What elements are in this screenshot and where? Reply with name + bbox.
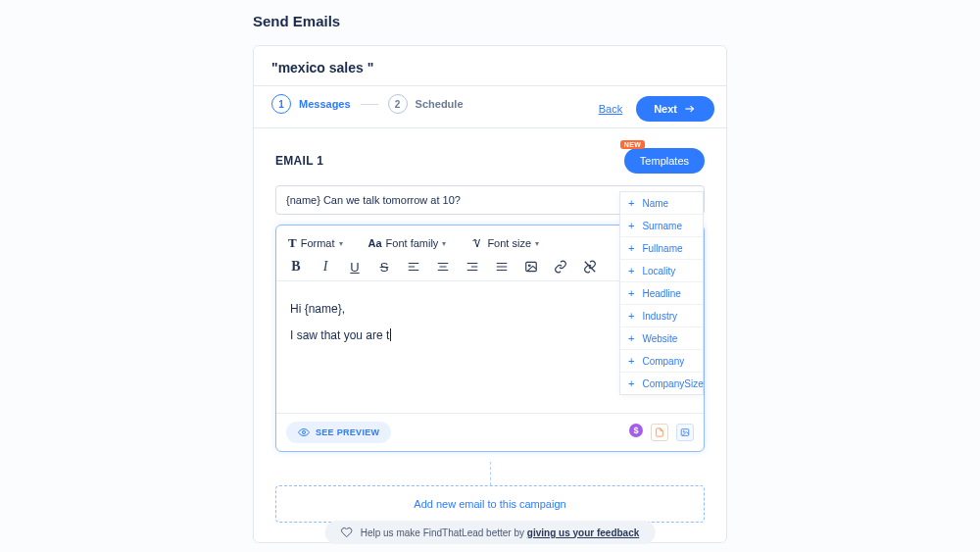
variable-industry[interactable]: +Industry: [620, 304, 703, 326]
step-connector: [361, 104, 378, 105]
next-button-label: Next: [654, 103, 677, 115]
align-left-button[interactable]: [406, 259, 421, 275]
format-dropdown[interactable]: T Format ▾: [288, 235, 343, 251]
format-label: Format: [301, 237, 335, 249]
chevron-down-icon: ▾: [339, 239, 343, 248]
next-button[interactable]: Next: [636, 96, 714, 122]
image-gallery-icon[interactable]: [676, 424, 694, 441]
variable-website[interactable]: +Website: [620, 326, 703, 349]
variable-locality[interactable]: +Locality: [620, 259, 703, 281]
document-icon[interactable]: [651, 424, 668, 441]
arrow-right-icon: [683, 102, 697, 116]
step-schedule[interactable]: 2 Schedule: [388, 94, 464, 114]
italic-button[interactable]: I: [318, 259, 333, 275]
svg-point-18: [683, 431, 684, 432]
plus-icon: +: [628, 242, 634, 254]
unlink-button[interactable]: [582, 259, 598, 275]
plus-icon: +: [628, 332, 634, 344]
svg-point-16: [303, 431, 306, 434]
link-button[interactable]: [553, 259, 568, 275]
align-right-button[interactable]: [465, 259, 480, 275]
see-preview-label: SEE PREVIEW: [316, 427, 379, 437]
font-family-dropdown[interactable]: Aa Font family ▾: [368, 235, 447, 251]
feedback-text: Help us make FindThatLead better by: [361, 527, 527, 538]
svg-point-14: [528, 265, 530, 267]
editor-footer: SEE PREVIEW $: [276, 413, 704, 451]
plus-icon: +: [628, 287, 634, 299]
image-button[interactable]: [523, 259, 539, 275]
heart-icon: [341, 527, 353, 538]
plus-icon: +: [628, 310, 634, 322]
variable-company[interactable]: +Company: [620, 349, 703, 372]
variable-name[interactable]: +Name: [620, 192, 703, 214]
svg-rect-17: [681, 429, 689, 436]
step-messages[interactable]: 1 Messages: [271, 94, 351, 114]
bold-button[interactable]: B: [288, 259, 304, 275]
connector-line: [490, 462, 491, 485]
font-family-label: Font family: [386, 237, 439, 249]
new-badge: NEW: [620, 140, 645, 149]
variables-panel: +Name +Surname +Fullname +Locality +Head…: [619, 191, 704, 395]
font-size-dropdown[interactable]: Font size ▾: [471, 235, 539, 251]
plus-icon: +: [628, 377, 634, 389]
svg-rect-13: [526, 262, 537, 271]
align-justify-button[interactable]: [494, 259, 510, 275]
nav-actions: Back Next: [599, 96, 714, 122]
feedback-bar: Help us make FindThatLead better by givi…: [325, 521, 656, 544]
feedback-link[interactable]: giving us your feedback: [527, 527, 639, 538]
plus-icon: +: [628, 197, 634, 209]
templates-button-label: Templates: [640, 155, 689, 167]
dollar-icon[interactable]: $: [629, 424, 643, 437]
plus-icon: +: [628, 265, 634, 276]
underline-button[interactable]: U: [347, 259, 363, 275]
see-preview-button[interactable]: SEE PREVIEW: [286, 422, 391, 443]
back-link[interactable]: Back: [599, 103, 622, 115]
format-icon: T: [288, 235, 297, 251]
align-center-button[interactable]: [435, 259, 451, 275]
steps-row: 1 Messages 2 Schedule Back Next: [254, 86, 726, 128]
add-email-button[interactable]: Add new email to this campaign: [275, 485, 705, 523]
step-circle: 1: [271, 94, 291, 114]
variable-headline[interactable]: +Headline: [620, 281, 703, 304]
plus-icon: +: [628, 220, 634, 231]
strikethrough-button[interactable]: S: [376, 259, 392, 275]
variable-surname[interactable]: +Surname: [620, 214, 703, 236]
chevron-down-icon: ▾: [535, 239, 539, 248]
step-label: Schedule: [416, 98, 464, 110]
chevron-down-icon: ▾: [442, 239, 446, 248]
variable-fullname[interactable]: +Fullname: [620, 236, 703, 259]
variable-companysize[interactable]: +CompanySize: [620, 372, 703, 394]
templates-button[interactable]: NEW Templates: [624, 148, 705, 174]
font-size-icon: [471, 237, 483, 249]
campaign-name: "mexico sales ": [254, 46, 726, 86]
font-size-label: Font size: [487, 237, 531, 249]
page-title: Send Emails: [253, 13, 340, 29]
email-number-title: EMAIL 1: [275, 154, 323, 168]
step-circle: 2: [388, 94, 408, 114]
font-icon: Aa: [368, 237, 382, 249]
plus-icon: +: [628, 355, 634, 367]
step-label: Messages: [299, 98, 351, 110]
eye-icon: [298, 427, 310, 438]
